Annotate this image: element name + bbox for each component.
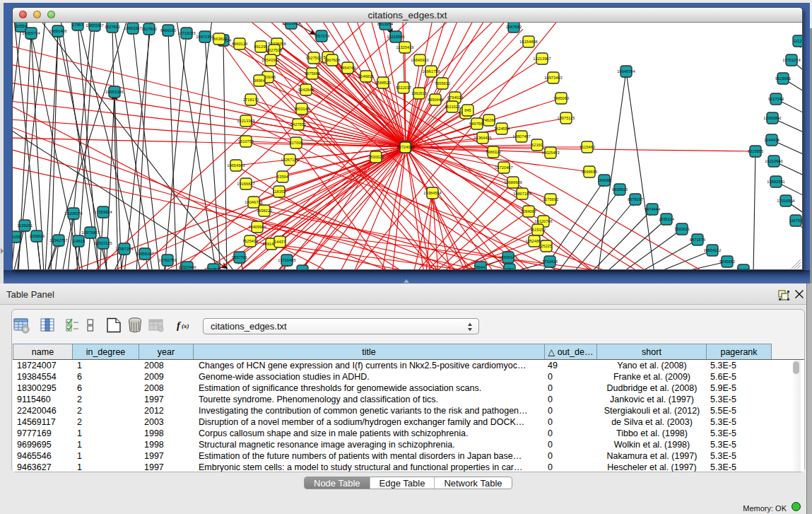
svg-text:7632621: 7632621 [674,227,690,231]
svg-text:12503135: 12503135 [94,241,112,245]
svg-text:746266: 746266 [483,118,496,122]
svg-text:(x): (x) [182,322,189,329]
svg-text:14437: 14437 [274,240,286,244]
svg-text:7955812: 7955812 [435,81,450,86]
svg-text:1527602: 1527602 [141,27,157,31]
svg-text:817006: 817006 [290,141,303,145]
svg-text:1244415: 1244415 [764,138,779,142]
svg-text:20554: 20554 [16,24,27,28]
svg-text:10958107: 10958107 [136,252,153,256]
svg-text:7485063: 7485063 [553,96,569,100]
svg-text:9146821: 9146821 [358,74,374,78]
svg-text:114519: 114519 [72,239,86,243]
svg-text:62160: 62160 [531,143,543,147]
svg-text:13975115: 13975115 [558,116,575,120]
svg-text:19166827: 19166827 [237,182,254,186]
svg-text:19384554: 19384554 [423,191,441,195]
svg-text:8944: 8944 [476,265,486,269]
svg-text:21364436: 21364436 [473,136,491,140]
svg-text:98964: 98964 [254,78,265,83]
svg-text:17016504: 17016504 [777,199,794,203]
svg-text:1610755: 1610755 [238,139,254,144]
svg-text:10973493: 10973493 [544,76,562,80]
svg-text:25225: 25225 [541,244,552,248]
svg-text:1621022: 1621022 [445,105,460,109]
svg-text:8454749: 8454749 [340,66,355,70]
svg-text:10807487: 10807487 [512,134,530,139]
svg-text:93450: 93450 [738,268,749,269]
svg-text:845: 845 [464,108,471,112]
svg-text:1362615: 1362615 [411,91,427,95]
svg-text:39159: 39159 [13,235,20,239]
svg-text:164095: 164095 [598,178,611,182]
svg-text:1075692: 1075692 [543,197,558,201]
svg-text:9245652: 9245652 [719,259,735,264]
svg-text:17957253: 17957253 [115,247,133,251]
svg-text:7625402: 7625402 [242,239,258,243]
svg-text:16409948: 16409948 [248,225,266,229]
svg-text:18724007: 18724007 [396,145,414,149]
svg-text:9552: 9552 [298,269,307,269]
svg-text:10654112: 10654112 [704,248,722,252]
svg-text:8471676: 8471676 [690,238,705,242]
svg-text:8215955: 8215955 [748,149,763,153]
svg-text:8938923: 8938923 [612,187,628,192]
svg-text:10719155: 10719155 [177,31,195,35]
svg-text:13692971: 13692971 [767,180,784,184]
svg-text:16046736: 16046736 [245,200,262,204]
svg-text:5875685: 5875685 [305,71,320,76]
svg-text:9115460: 9115460 [579,145,595,149]
svg-text:2087682: 2087682 [506,25,522,29]
svg-text:53594: 53594 [277,175,288,179]
svg-text:10653267: 10653267 [86,23,103,28]
svg-text:8990448: 8990448 [428,98,443,102]
svg-text:9227343: 9227343 [768,97,784,101]
svg-text:16154808: 16154808 [519,40,537,44]
svg-text:16210643: 16210643 [765,159,782,163]
svg-text:2830023: 2830023 [368,155,384,159]
svg-text:14055724: 14055724 [22,31,40,35]
svg-text:116753: 116753 [789,218,802,223]
svg-text:9699695: 9699695 [582,170,597,174]
svg-text:16033809: 16033809 [282,23,300,25]
svg-text:12342757: 12342757 [49,238,67,243]
svg-text:13267130: 13267130 [281,158,298,162]
svg-text:11123: 11123 [794,39,802,43]
svg-text:19654943: 19654943 [227,163,245,168]
svg-text:20206576: 20206576 [64,211,82,216]
svg-text:8960124: 8960124 [232,42,247,46]
svg-text:1588520: 1588520 [375,81,391,85]
svg-text:1135061: 1135061 [17,223,33,228]
svg-text:10218506: 10218506 [387,35,404,39]
svg-text:10975867: 10975867 [81,230,99,235]
svg-text:18807249: 18807249 [513,192,531,196]
svg-text:1733426: 1733426 [542,259,558,264]
svg-text:9129966: 9129966 [775,76,791,81]
svg-text:16648784: 16648784 [617,69,635,74]
svg-text:9751: 9751 [505,267,514,269]
svg-text:9084067: 9084067 [521,209,536,214]
svg-text:16543362: 16543362 [261,58,279,62]
svg-text:8427552: 8427552 [290,122,306,127]
svg-text:12213967: 12213967 [533,57,551,61]
svg-text:2967608: 2967608 [324,58,340,62]
svg-text:118353: 118353 [273,189,286,194]
svg-text:16640910: 16640910 [411,58,428,62]
svg-text:6679197: 6679197 [628,197,643,201]
svg-text:15720407: 15720407 [495,165,512,170]
svg-text:8813054: 8813054 [377,23,393,26]
svg-text:9327502: 9327502 [306,56,322,60]
svg-text:20453: 20453 [208,267,219,269]
svg-text:12213369: 12213369 [237,119,254,123]
svg-text:15936141: 15936141 [499,255,517,259]
svg-text:10653267: 10653267 [124,26,141,30]
svg-text:7986322: 7986322 [486,150,501,154]
svg-text:12093832: 12093832 [763,116,781,120]
svg-text:9474444: 9474444 [645,207,660,211]
svg-text:2803144: 2803144 [294,107,310,111]
svg-text:17359924: 17359924 [94,210,112,214]
svg-text:1615152: 1615152 [530,228,546,232]
svg-text:9857791: 9857791 [232,255,247,259]
svg-text:5322037: 5322037 [396,86,411,90]
svg-text:1156829: 1156829 [29,234,45,238]
